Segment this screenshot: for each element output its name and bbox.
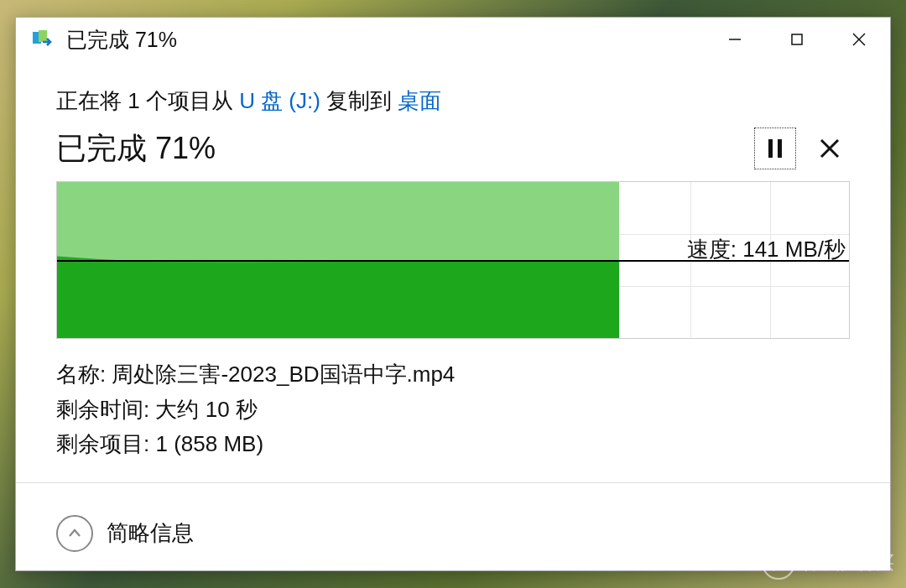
toggle-details-button[interactable] [56,515,93,552]
svg-rect-1 [39,30,47,42]
minimize-button[interactable] [704,18,766,61]
speed-label: 速度: 141 MB/秒 [687,235,846,264]
file-copy-dialog: 已完成 71% 正在将 1 个项目从 U 盘 (J:) 复制到 桌面 已完成 7… [15,17,891,571]
dialog-footer: 简略信息 [16,500,890,570]
time-remaining-row: 剩余时间: 大约 10 秒 [56,393,850,428]
source-link[interactable]: U 盘 (J:) [239,88,326,113]
file-name-row: 名称: 周处除三害-2023_BD国语中字.mp4 [56,357,850,393]
items-remaining-row: 剩余项目: 1 (858 MB) [56,427,850,462]
dest-link[interactable]: 桌面 [398,88,441,113]
progress-status: 已完成 71% [56,128,741,169]
cancel-button[interactable] [810,128,850,169]
dialog-body: 正在将 1 个项目从 U 盘 (J:) 复制到 桌面 已完成 71% 速度: 1… [16,61,890,500]
watermark-text: 什么值得买 [802,550,894,575]
copy-progress-icon [33,30,55,49]
window-controls [704,18,890,61]
svg-rect-7 [778,139,782,158]
close-window-button[interactable] [828,18,890,61]
pause-button[interactable] [754,127,796,169]
divider [16,482,890,483]
copy-mid: 复制到 [326,88,398,113]
window-title: 已完成 71% [66,26,704,54]
speed-value: 141 MB/秒 [742,237,846,262]
copy-description: 正在将 1 个项目从 U 盘 (J:) 复制到 桌面 [56,86,850,116]
file-details: 名称: 周处除三害-2023_BD国语中字.mp4 剩余时间: 大约 10 秒 … [56,357,850,462]
window-titlebar: 已完成 71% [16,18,890,61]
watermark-badge-icon: 值 [762,546,795,580]
maximize-button[interactable] [766,18,828,61]
time-remaining-value: 大约 10 秒 [155,397,257,422]
watermark: 值 什么值得买 [762,546,894,580]
toggle-details-label[interactable]: 简略信息 [107,518,194,548]
file-name-value: 周处除三害-2023_BD国语中字.mp4 [112,362,455,387]
svg-rect-3 [792,34,802,44]
svg-rect-6 [768,139,773,158]
items-remaining-value: 1 (858 MB) [155,431,263,456]
status-row: 已完成 71% [56,127,850,169]
transfer-speed-chart: 速度: 141 MB/秒 [56,181,850,339]
copy-prefix: 正在将 1 个项目从 [56,88,239,113]
